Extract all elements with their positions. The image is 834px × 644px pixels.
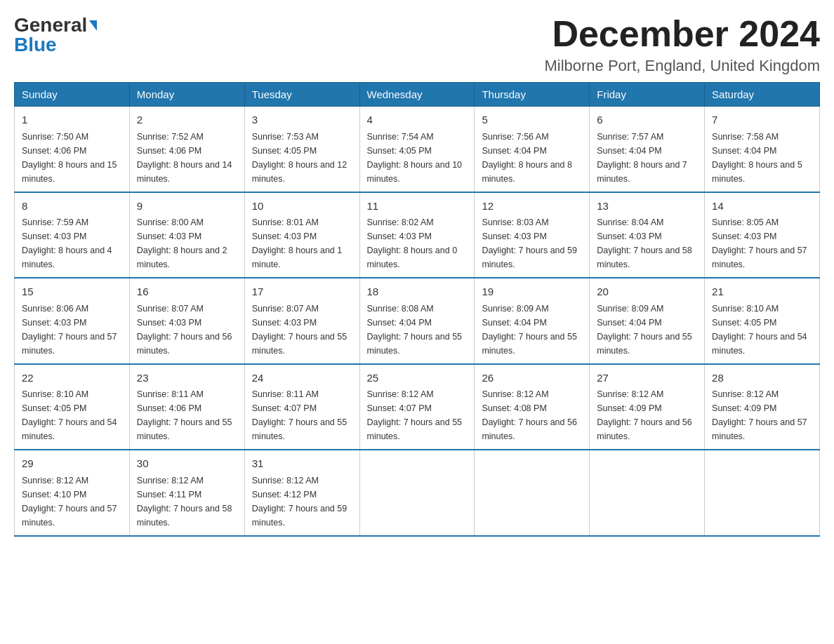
- day-number: 16: [137, 284, 237, 300]
- day-info: Sunrise: 8:02 AMSunset: 4:03 PMDaylight:…: [367, 217, 458, 269]
- day-number: 15: [22, 284, 122, 300]
- table-row: 23 Sunrise: 8:11 AMSunset: 4:06 PMDaylig…: [129, 364, 244, 450]
- col-thursday: Thursday: [475, 83, 590, 107]
- logo: General Blue: [14, 14, 97, 56]
- table-row: 14 Sunrise: 8:05 AMSunset: 4:03 PMDaylig…: [705, 192, 820, 279]
- day-number: 25: [367, 370, 468, 387]
- table-row: 16 Sunrise: 8:07 AMSunset: 4:03 PMDaylig…: [129, 278, 244, 364]
- col-friday: Friday: [590, 83, 705, 107]
- day-info: Sunrise: 8:09 AMSunset: 4:04 PMDaylight:…: [482, 304, 577, 356]
- table-row: 7 Sunrise: 7:58 AMSunset: 4:04 PMDayligh…: [705, 107, 820, 192]
- day-number: 6: [597, 112, 697, 128]
- day-number: 2: [137, 112, 237, 128]
- calendar-week-row: 22 Sunrise: 8:10 AMSunset: 4:05 PMDaylig…: [15, 364, 820, 450]
- table-row: 27 Sunrise: 8:12 AMSunset: 4:09 PMDaylig…: [590, 364, 705, 450]
- day-info: Sunrise: 8:12 AMSunset: 4:11 PMDaylight:…: [137, 476, 232, 528]
- day-info: Sunrise: 8:01 AMSunset: 4:03 PMDaylight:…: [252, 217, 343, 269]
- day-number: 30: [137, 456, 237, 472]
- table-row: 28 Sunrise: 8:12 AMSunset: 4:09 PMDaylig…: [705, 364, 820, 450]
- table-row: 10 Sunrise: 8:01 AMSunset: 4:03 PMDaylig…: [244, 192, 359, 279]
- day-info: Sunrise: 8:10 AMSunset: 4:05 PMDaylight:…: [712, 304, 807, 356]
- day-info: Sunrise: 8:12 AMSunset: 4:07 PMDaylight:…: [367, 389, 463, 441]
- day-info: Sunrise: 8:11 AMSunset: 4:07 PMDaylight:…: [252, 389, 348, 441]
- day-info: Sunrise: 8:09 AMSunset: 4:04 PMDaylight:…: [597, 304, 692, 356]
- table-row: 30 Sunrise: 8:12 AMSunset: 4:11 PMDaylig…: [129, 450, 244, 536]
- day-number: 8: [22, 199, 122, 215]
- day-number: 4: [367, 112, 468, 128]
- table-row: 13 Sunrise: 8:04 AMSunset: 4:03 PMDaylig…: [590, 192, 705, 279]
- calendar-table: Sunday Monday Tuesday Wednesday Thursday…: [14, 82, 820, 537]
- day-number: 9: [137, 199, 237, 215]
- day-info: Sunrise: 8:12 AMSunset: 4:08 PMDaylight:…: [482, 389, 577, 441]
- table-row: 29 Sunrise: 8:12 AMSunset: 4:10 PMDaylig…: [15, 450, 130, 536]
- day-info: Sunrise: 7:52 AMSunset: 4:06 PMDaylight:…: [137, 132, 232, 184]
- table-row: 5 Sunrise: 7:56 AMSunset: 4:04 PMDayligh…: [475, 107, 590, 192]
- day-info: Sunrise: 7:54 AMSunset: 4:05 PMDaylight:…: [367, 132, 463, 184]
- table-row: 24 Sunrise: 8:11 AMSunset: 4:07 PMDaylig…: [244, 364, 359, 450]
- day-number: 19: [482, 284, 582, 300]
- day-number: 20: [597, 284, 697, 300]
- table-row: 20 Sunrise: 8:09 AMSunset: 4:04 PMDaylig…: [590, 278, 705, 364]
- table-row: 2 Sunrise: 7:52 AMSunset: 4:06 PMDayligh…: [129, 107, 244, 192]
- table-row: 8 Sunrise: 7:59 AMSunset: 4:03 PMDayligh…: [15, 192, 130, 279]
- day-info: Sunrise: 8:04 AMSunset: 4:03 PMDaylight:…: [597, 217, 692, 269]
- day-number: 13: [597, 199, 697, 215]
- day-number: 12: [482, 199, 582, 215]
- day-number: 22: [22, 370, 122, 387]
- table-row: 19 Sunrise: 8:09 AMSunset: 4:04 PMDaylig…: [475, 278, 590, 364]
- day-number: 5: [482, 112, 582, 128]
- day-info: Sunrise: 8:07 AMSunset: 4:03 PMDaylight:…: [252, 304, 348, 356]
- day-info: Sunrise: 7:50 AMSunset: 4:06 PMDaylight:…: [22, 132, 117, 184]
- calendar-week-row: 1 Sunrise: 7:50 AMSunset: 4:06 PMDayligh…: [15, 107, 820, 192]
- table-row: [705, 450, 820, 536]
- table-row: 11 Sunrise: 8:02 AMSunset: 4:03 PMDaylig…: [359, 192, 475, 279]
- table-row: 15 Sunrise: 8:06 AMSunset: 4:03 PMDaylig…: [15, 278, 130, 364]
- day-info: Sunrise: 8:08 AMSunset: 4:04 PMDaylight:…: [367, 304, 463, 356]
- col-saturday: Saturday: [705, 83, 820, 107]
- calendar-header-row: Sunday Monday Tuesday Wednesday Thursday…: [15, 83, 820, 107]
- table-row: 1 Sunrise: 7:50 AMSunset: 4:06 PMDayligh…: [15, 107, 130, 192]
- table-row: [475, 450, 590, 536]
- day-info: Sunrise: 8:12 AMSunset: 4:12 PMDaylight:…: [252, 476, 348, 528]
- table-row: 4 Sunrise: 7:54 AMSunset: 4:05 PMDayligh…: [359, 107, 475, 192]
- day-number: 24: [252, 370, 352, 387]
- page-header: General Blue December 2024 Milborne Port…: [14, 14, 820, 75]
- day-info: Sunrise: 7:57 AMSunset: 4:04 PMDaylight:…: [597, 132, 687, 184]
- day-number: 26: [482, 370, 582, 387]
- day-info: Sunrise: 8:06 AMSunset: 4:03 PMDaylight:…: [22, 304, 117, 356]
- day-info: Sunrise: 8:07 AMSunset: 4:03 PMDaylight:…: [137, 304, 232, 356]
- day-number: 11: [367, 199, 468, 215]
- col-monday: Monday: [129, 83, 244, 107]
- day-info: Sunrise: 8:11 AMSunset: 4:06 PMDaylight:…: [137, 389, 232, 441]
- day-number: 17: [252, 284, 352, 300]
- day-info: Sunrise: 8:12 AMSunset: 4:10 PMDaylight:…: [22, 476, 117, 528]
- table-row: 31 Sunrise: 8:12 AMSunset: 4:12 PMDaylig…: [244, 450, 359, 536]
- table-row: 12 Sunrise: 8:03 AMSunset: 4:03 PMDaylig…: [475, 192, 590, 279]
- day-number: 10: [252, 199, 352, 215]
- logo-triangle-icon: [89, 20, 97, 31]
- day-number: 21: [712, 284, 812, 300]
- table-row: 6 Sunrise: 7:57 AMSunset: 4:04 PMDayligh…: [590, 107, 705, 192]
- day-info: Sunrise: 7:56 AMSunset: 4:04 PMDaylight:…: [482, 132, 572, 184]
- day-number: 27: [597, 370, 697, 387]
- day-info: Sunrise: 7:58 AMSunset: 4:04 PMDaylight:…: [712, 132, 802, 184]
- day-number: 31: [252, 456, 352, 472]
- table-row: 17 Sunrise: 8:07 AMSunset: 4:03 PMDaylig…: [244, 278, 359, 364]
- table-row: 22 Sunrise: 8:10 AMSunset: 4:05 PMDaylig…: [15, 364, 130, 450]
- day-info: Sunrise: 7:53 AMSunset: 4:05 PMDaylight:…: [252, 132, 348, 184]
- day-number: 1: [22, 112, 122, 128]
- day-info: Sunrise: 8:05 AMSunset: 4:03 PMDaylight:…: [712, 217, 807, 269]
- day-number: 3: [252, 112, 352, 128]
- day-info: Sunrise: 8:12 AMSunset: 4:09 PMDaylight:…: [597, 389, 692, 441]
- day-number: 7: [712, 112, 812, 128]
- location-title: Milborne Port, England, United Kingdom: [544, 57, 820, 75]
- month-title: December 2024: [544, 14, 820, 54]
- table-row: 25 Sunrise: 8:12 AMSunset: 4:07 PMDaylig…: [359, 364, 475, 450]
- calendar-week-row: 29 Sunrise: 8:12 AMSunset: 4:10 PMDaylig…: [15, 450, 820, 536]
- col-sunday: Sunday: [15, 83, 130, 107]
- calendar-week-row: 8 Sunrise: 7:59 AMSunset: 4:03 PMDayligh…: [15, 192, 820, 279]
- table-row: 9 Sunrise: 8:00 AMSunset: 4:03 PMDayligh…: [129, 192, 244, 279]
- day-number: 23: [137, 370, 237, 387]
- table-row: 18 Sunrise: 8:08 AMSunset: 4:04 PMDaylig…: [359, 278, 475, 364]
- table-row: [359, 450, 475, 536]
